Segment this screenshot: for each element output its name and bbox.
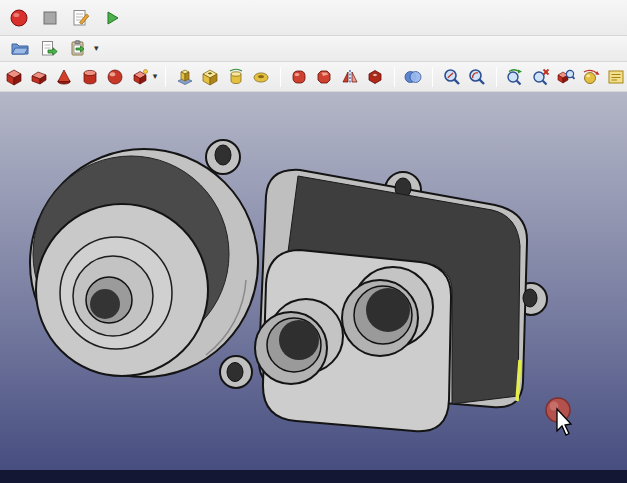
- part-box-icon: [4, 67, 24, 87]
- paste-icon: [68, 39, 88, 59]
- part-sphere-button[interactable]: [104, 66, 125, 88]
- copy-icon: [39, 39, 59, 59]
- 3d-scene: [0, 92, 627, 470]
- toolbar-separator: [165, 67, 166, 87]
- boolean-button[interactable]: [403, 66, 424, 88]
- macro-record-button[interactable]: [8, 7, 30, 29]
- measure-refresh-icon: [505, 67, 525, 87]
- pocket-icon: [200, 67, 220, 87]
- part-sphere-icon: [105, 67, 125, 87]
- folder-icon: [10, 39, 30, 59]
- thickness-icon: [365, 67, 385, 87]
- part-wedge-button[interactable]: [28, 66, 49, 88]
- pocket-button[interactable]: [200, 66, 221, 88]
- measure-angular-button[interactable]: [466, 66, 487, 88]
- macro-edit-button[interactable]: [70, 7, 92, 29]
- fillet-icon: [289, 67, 309, 87]
- stop-icon: [40, 8, 60, 28]
- measure-linear-button[interactable]: [441, 66, 462, 88]
- measure-clear-icon: [531, 67, 551, 87]
- copy-button[interactable]: [38, 38, 60, 60]
- part-box-button[interactable]: [3, 66, 24, 88]
- measure-toggle-3d-icon: [581, 67, 601, 87]
- toolbar-separator: [496, 67, 497, 87]
- measure-toggle-3d-button[interactable]: [580, 66, 601, 88]
- toolbar-separator: [432, 67, 433, 87]
- revolution-icon: [226, 67, 246, 87]
- measure-clear-button[interactable]: [530, 66, 551, 88]
- revolution-button[interactable]: [225, 66, 246, 88]
- toolbar-separator: [394, 67, 395, 87]
- chamfer-button[interactable]: [314, 66, 335, 88]
- open-document-button[interactable]: [9, 38, 31, 60]
- groove-button[interactable]: [250, 66, 271, 88]
- macro-play-button[interactable]: [101, 7, 123, 29]
- measure-annotation-icon: [606, 67, 626, 87]
- 3d-viewport[interactable]: [0, 92, 627, 470]
- macro-toolbar: [0, 0, 627, 36]
- part-primitives-dropdown-arrow[interactable]: ▾: [153, 72, 158, 81]
- play-icon: [102, 8, 122, 28]
- thickness-button[interactable]: [364, 66, 385, 88]
- pad-icon: [175, 67, 195, 87]
- measure-angular-icon: [467, 67, 487, 87]
- part-primitives-icon: [130, 67, 150, 87]
- mirror-icon: [340, 67, 360, 87]
- mirror-button[interactable]: [339, 66, 360, 88]
- edit-macro-icon: [71, 8, 91, 28]
- bottom-bar: [0, 470, 627, 483]
- macro-stop-button[interactable]: [39, 7, 61, 29]
- part-cylinder-button[interactable]: [79, 66, 100, 88]
- measure-toggle-button[interactable]: [555, 66, 576, 88]
- part-left-housing[interactable]: [30, 140, 258, 377]
- pad-button[interactable]: [174, 66, 195, 88]
- measure-toggle-icon: [556, 67, 576, 87]
- part-cone-icon: [54, 67, 74, 87]
- toolbar-separator: [280, 67, 281, 87]
- measure-refresh-button[interactable]: [505, 66, 526, 88]
- part-primitives-button[interactable]: [129, 66, 150, 88]
- groove-icon: [251, 67, 271, 87]
- record-icon: [9, 8, 29, 28]
- part-cylinder-icon: [80, 67, 100, 87]
- measure-linear-icon: [442, 67, 462, 87]
- file-toolbar: ▾: [0, 36, 627, 62]
- part-wedge-icon: [29, 67, 49, 87]
- part-cone-button[interactable]: [54, 66, 75, 88]
- paste-button[interactable]: [67, 38, 89, 60]
- paste-dropdown-arrow[interactable]: ▾: [94, 44, 99, 53]
- boolean-icon: [403, 67, 423, 87]
- part-right-housing[interactable]: [220, 170, 547, 431]
- fillet-button[interactable]: [289, 66, 310, 88]
- chamfer-icon: [314, 67, 334, 87]
- measure-annotation-button[interactable]: [606, 66, 627, 88]
- part-toolbar: ▾: [0, 62, 627, 92]
